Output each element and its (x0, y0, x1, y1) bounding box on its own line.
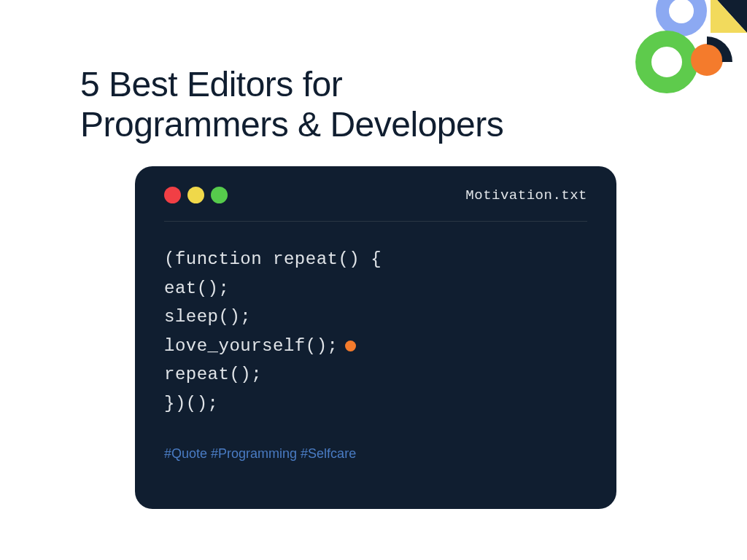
blue-ring-icon (662, 0, 700, 30)
window-header: Motivation.txt (164, 187, 587, 222)
green-ring-icon (643, 39, 690, 85)
svg-point-0 (692, 44, 722, 75)
page-title: 5 Best Editors forProgrammers & Develope… (80, 64, 503, 144)
code-line: sleep(); (164, 303, 587, 332)
code-content: (function repeat() {eat();sleep();love_y… (164, 245, 587, 419)
hashtags-text: #Quote #Programming #Selfcare (164, 446, 587, 462)
file-name: Motivation.txt (465, 187, 587, 203)
window-controls (164, 187, 228, 203)
code-line: })(); (164, 389, 587, 419)
code-line: eat(); (164, 274, 587, 303)
close-icon[interactable] (164, 187, 181, 203)
code-line: repeat(); (164, 360, 587, 389)
maximize-icon[interactable] (211, 187, 228, 203)
decorative-logo-shapes (623, 0, 747, 109)
code-editor-window: Motivation.txt (function repeat() {eat()… (135, 166, 616, 509)
cursor-indicator-icon (345, 341, 356, 351)
minimize-icon[interactable] (187, 187, 204, 203)
code-line: love_yourself(); (164, 332, 587, 361)
code-line: (function repeat() { (164, 245, 587, 274)
